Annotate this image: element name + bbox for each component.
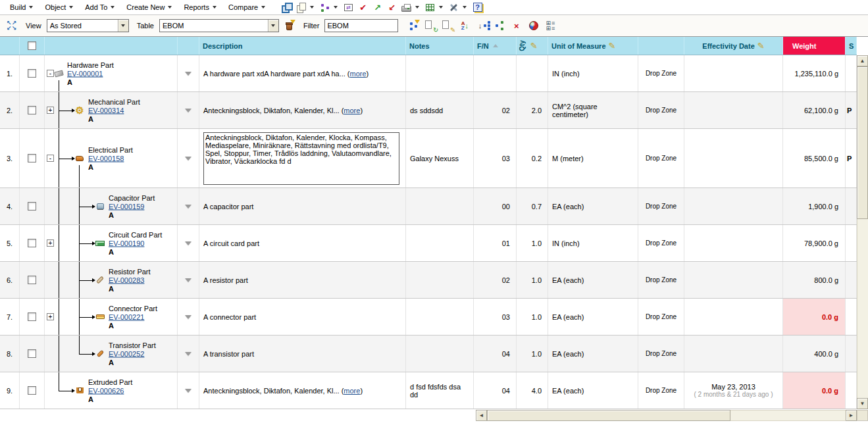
print-icon-dropdown[interactable] (415, 6, 419, 9)
header-state[interactable]: S (846, 37, 857, 55)
drop-zone[interactable]: Drop Zone (638, 336, 684, 372)
header-description[interactable]: Description (199, 37, 406, 55)
scroll-up-button[interactable]: ▲ (857, 55, 868, 66)
horizontal-scroll-thumb[interactable] (487, 410, 730, 421)
row-actions-dropdown-icon[interactable] (185, 72, 191, 76)
table-select-button[interactable] (268, 20, 278, 32)
horizontal-scrollbar[interactable]: ◄ ► (476, 410, 857, 421)
edit-pencil-icon[interactable]: ✎ (609, 41, 616, 51)
menu-add-to[interactable]: Add To (79, 0, 120, 14)
row-checkbox[interactable] (28, 106, 36, 114)
scroll-left-button[interactable]: ◄ (476, 410, 487, 421)
sort-structure-icon[interactable]: ↓ (476, 20, 488, 32)
scroll-down-button[interactable]: ▼ (857, 398, 868, 409)
delete-filter-icon[interactable] (283, 20, 295, 32)
row-actions-dropdown-icon[interactable] (185, 241, 191, 245)
disconnect-icon[interactable]: × (510, 20, 523, 32)
expand-button[interactable]: + (47, 313, 54, 320)
export-table-icon[interactable] (424, 1, 436, 14)
print-icon[interactable] (400, 1, 413, 14)
part-id-link[interactable]: EV-000158 (88, 154, 124, 162)
row-checkbox[interactable] (28, 349, 36, 358)
edit-pencil-icon[interactable]: ✎ (757, 41, 765, 51)
row-actions-dropdown-icon[interactable] (185, 278, 191, 282)
cascade-windows-icon[interactable] (280, 1, 293, 14)
header-notes[interactable]: Notes (406, 37, 474, 55)
part-id-link[interactable]: EV-000283 (109, 276, 144, 284)
header-weight[interactable]: Weight (783, 37, 846, 55)
table-select[interactable]: EBOM (159, 19, 279, 32)
row-checkbox[interactable] (28, 386, 36, 395)
header-quantity[interactable]: Qty✎ (517, 37, 548, 55)
part-id-link[interactable]: EV-000252 (109, 349, 144, 357)
row-checkbox[interactable] (28, 239, 36, 247)
drop-zone[interactable]: Drop Zone (638, 55, 684, 91)
structure-compare-icon[interactable] (319, 1, 331, 14)
customize-tools-icon-dropdown[interactable] (463, 6, 467, 9)
structure-levels-icon[interactable] (493, 20, 505, 32)
help-icon[interactable]: ? (471, 1, 484, 14)
expand-button[interactable]: + (47, 107, 54, 114)
more-link[interactable]: more (344, 387, 360, 395)
row-checkbox[interactable] (28, 276, 36, 284)
edit-pencil-icon[interactable]: ✎ (530, 41, 538, 51)
scroll-right-button[interactable]: ► (846, 410, 857, 421)
mass-edit-icon[interactable]: ✎ (442, 20, 454, 32)
menu-create-new[interactable]: Create New (120, 0, 178, 14)
row-actions-dropdown-icon[interactable] (185, 315, 191, 319)
drop-zone[interactable]: Drop Zone (638, 372, 684, 409)
structure-filter-icon[interactable] (407, 20, 420, 32)
menu-reports[interactable]: Reports (178, 0, 222, 14)
drop-zone[interactable]: Drop Zone (638, 299, 684, 335)
export-table-icon-dropdown[interactable] (439, 6, 443, 9)
sort-az-icon[interactable]: AZ↓ (459, 20, 471, 32)
menu-build[interactable]: Build (4, 0, 39, 14)
header-find-number[interactable]: F/N (474, 37, 517, 55)
description-editor[interactable] (203, 132, 399, 185)
expand-button[interactable]: + (47, 239, 54, 247)
collapse-button[interactable]: - (47, 155, 54, 162)
part-id-link[interactable]: EV-000159 (109, 202, 144, 210)
part-id-link[interactable]: EV-000190 (109, 239, 144, 247)
promote-arrow-icon[interactable]: ↗ (371, 1, 384, 14)
row-actions-dropdown-icon[interactable] (185, 109, 191, 112)
vertical-scroll-thumb[interactable] (857, 66, 868, 219)
refresh-icon[interactable]: ↻ (424, 20, 437, 32)
row-checkbox[interactable] (28, 312, 36, 321)
part-id-link[interactable]: EV-000221 (109, 312, 144, 320)
drop-zone[interactable]: Drop Zone (638, 92, 684, 128)
row-checkbox[interactable] (28, 202, 36, 211)
drop-zone[interactable]: Drop Zone (638, 225, 684, 261)
row-actions-dropdown-icon[interactable] (185, 205, 191, 209)
visualize-icon[interactable] (527, 20, 540, 32)
view-select[interactable]: As Stored (47, 19, 129, 32)
menu-compare[interactable]: Compare (222, 0, 271, 14)
vertical-scrollbar[interactable]: ▲ ▼ (857, 55, 868, 409)
row-checkbox[interactable] (28, 154, 36, 162)
copy-icon-dropdown[interactable] (310, 6, 314, 9)
filter-input[interactable] (324, 19, 398, 32)
row-actions-dropdown-icon[interactable] (185, 389, 191, 393)
more-link[interactable]: more (344, 107, 360, 114)
structure-compare-icon-dropdown[interactable] (334, 6, 338, 9)
drop-zone[interactable]: Drop Zone (638, 129, 684, 187)
copy-icon[interactable] (295, 1, 307, 14)
menu-object[interactable]: Object (39, 0, 79, 14)
row-actions-dropdown-icon[interactable] (185, 352, 191, 356)
row-checkbox[interactable] (28, 69, 36, 78)
expand-levels-icon[interactable]: ⊞≡⊞≡ (544, 20, 557, 32)
customize-tools-icon[interactable] (447, 1, 460, 14)
validate-check-icon[interactable]: ✔ (357, 1, 369, 14)
row-actions-dropdown-icon[interactable] (185, 157, 191, 161)
more-link[interactable]: more (350, 70, 367, 78)
part-id-link[interactable]: EV-000001 (67, 69, 103, 77)
drop-zone[interactable]: Drop Zone (638, 262, 684, 298)
header-effectivity[interactable]: Effectivity Date✎ (684, 37, 783, 55)
drop-zone[interactable]: Drop Zone (638, 188, 684, 224)
view-select-button[interactable] (118, 20, 128, 32)
open-in-window-icon[interactable]: ⇄ (342, 1, 355, 14)
demote-arrow-icon[interactable]: ↙ (386, 1, 398, 14)
part-id-link[interactable]: EV-000626 (88, 386, 124, 394)
select-all-checkbox[interactable] (28, 41, 36, 50)
expand-all-icon[interactable]: ↖↗↙↘ (5, 20, 18, 32)
